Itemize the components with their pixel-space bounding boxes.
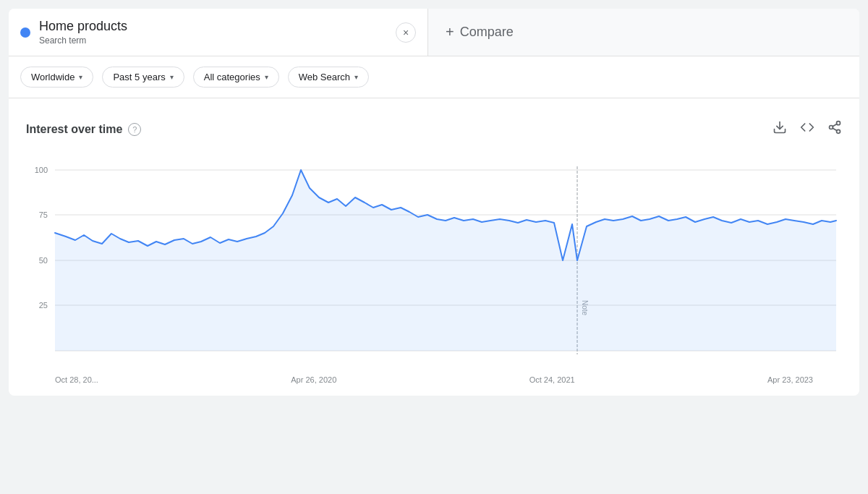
svg-line-5: [833, 124, 837, 126]
share-button[interactable]: [827, 120, 842, 138]
close-icon: ×: [403, 27, 409, 38]
compare-label: Compare: [460, 25, 514, 40]
filter-search-type-label: Web Search: [299, 72, 350, 82]
chevron-down-icon-3: ▾: [265, 73, 268, 81]
chart-fill: [55, 170, 836, 351]
x-axis-labels: Oct 28, 20... Apr 26, 2020 Oct 24, 2021 …: [26, 372, 842, 384]
chevron-down-icon-2: ▾: [170, 73, 174, 81]
chart-section: Interest over time ?: [9, 106, 859, 396]
svg-text:75: 75: [39, 210, 48, 219]
embed-button[interactable]: [800, 120, 814, 138]
filter-chip-search-type[interactable]: Web Search ▾: [288, 67, 369, 88]
help-icon[interactable]: ?: [128, 123, 141, 136]
term-main-label: Home products: [39, 19, 127, 34]
chart-header: Interest over time ?: [26, 120, 842, 138]
filter-timeframe-label: Past 5 years: [113, 72, 165, 82]
term-text-block: Home products Search term: [39, 19, 127, 46]
term-sub-label: Search term: [39, 35, 127, 46]
filter-chip-timeframe[interactable]: Past 5 years ▾: [102, 67, 184, 88]
main-card: Home products Search term × + Compare Wo…: [9, 9, 859, 396]
filter-bar: Worldwide ▾ Past 5 years ▾ All categorie…: [9, 56, 859, 98]
chart-title-group: Interest over time ?: [26, 123, 141, 136]
filter-chip-region[interactable]: Worldwide ▾: [20, 67, 93, 88]
svg-text:100: 100: [35, 166, 48, 174]
chart-area: 100 75 50 25 Note: [26, 156, 842, 372]
search-term-block: Home products Search term ×: [9, 9, 428, 56]
compare-block[interactable]: + Compare: [428, 9, 859, 56]
chart-svg: 100 75 50 25 Note: [26, 156, 842, 372]
download-button[interactable]: [773, 120, 787, 138]
filter-region-label: Worldwide: [31, 72, 75, 82]
term-dot: [20, 27, 30, 38]
x-label-1: Oct 28, 20...: [55, 375, 98, 384]
chevron-down-icon-4: ▾: [354, 73, 358, 81]
chart-title: Interest over time: [26, 123, 122, 136]
compare-plus-icon: +: [446, 24, 454, 41]
close-button[interactable]: ×: [396, 22, 416, 43]
svg-line-4: [833, 128, 837, 130]
svg-text:25: 25: [39, 301, 48, 310]
search-bar-section: Home products Search term × + Compare: [9, 9, 859, 56]
chart-actions: [773, 120, 842, 138]
filter-category-label: All categories: [204, 72, 260, 82]
x-label-2: Apr 26, 2020: [291, 375, 336, 384]
x-label-3: Oct 24, 2021: [529, 375, 575, 384]
x-label-4: Apr 23, 2023: [767, 375, 813, 384]
svg-text:50: 50: [39, 256, 48, 265]
chevron-down-icon: ▾: [79, 73, 82, 81]
filter-chip-category[interactable]: All categories ▾: [193, 67, 279, 88]
